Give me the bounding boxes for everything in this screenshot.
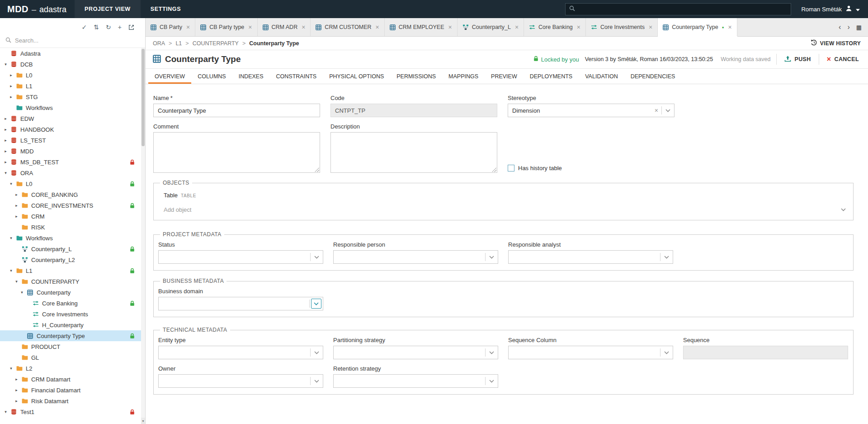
stereotype-select[interactable]: Dimension × xyxy=(508,104,675,117)
chevron-down-icon[interactable] xyxy=(662,109,674,112)
expand-arrow-icon[interactable]: ▸ xyxy=(3,149,9,153)
tree-item-l1[interactable]: ▸L1 xyxy=(0,81,141,91)
tree-item-counterparty[interactable]: ▾COUNTERPARTY xyxy=(0,276,141,287)
owner-select[interactable] xyxy=(158,374,323,388)
close-icon[interactable]: × xyxy=(376,24,379,30)
tree-item-workflows[interactable]: ▾Workflows xyxy=(0,233,141,243)
status-select[interactable] xyxy=(158,250,323,264)
push-button[interactable]: PUSH xyxy=(783,56,812,63)
expand-arrow-icon[interactable]: ▸ xyxy=(3,138,9,143)
tree-item-h-counterparty[interactable]: H_Counterparty xyxy=(0,319,141,330)
business-domain-select[interactable] xyxy=(158,297,323,310)
tab-cb-party[interactable]: CB Party× xyxy=(146,18,195,36)
entity-type-select[interactable] xyxy=(158,346,323,359)
expand-arrow-icon[interactable]: ▸ xyxy=(3,160,9,164)
cancel-button[interactable]: × CANCEL xyxy=(825,56,861,63)
responsible-analyst-select[interactable] xyxy=(508,250,673,264)
expand-arrow-icon[interactable]: ▸ xyxy=(3,116,9,121)
chevron-down-icon[interactable] xyxy=(486,351,498,354)
tab-cb-party-type[interactable]: CB Party type× xyxy=(195,18,257,36)
detail-tab-mappings[interactable]: MAPPINGS xyxy=(442,69,485,84)
tab-crm-employee[interactable]: CRM EMPLOYEE× xyxy=(385,18,458,36)
close-icon[interactable]: × xyxy=(649,24,652,30)
detail-tab-deployments[interactable]: DEPLOYMENTS xyxy=(524,69,579,84)
tree-item-ls-test[interactable]: ▸LS_TEST xyxy=(0,135,141,146)
scroll-tabs-left-icon[interactable]: ‹ xyxy=(839,24,841,31)
tree-item-l0[interactable]: ▾L0 xyxy=(0,178,141,189)
comment-textarea[interactable] xyxy=(153,132,320,173)
tab-core-banking[interactable]: Core Banking× xyxy=(524,18,586,36)
close-icon[interactable]: × xyxy=(515,24,519,30)
expand-arrow-icon[interactable]: ▸ xyxy=(14,192,19,197)
sidebar-scrollbar[interactable]: ▾ xyxy=(141,48,145,424)
expand-arrow-icon[interactable]: ▸ xyxy=(8,95,14,99)
tree-item-counterparty-l2[interactable]: Counterparty_L2 xyxy=(0,254,141,265)
clear-icon[interactable]: × xyxy=(651,107,661,114)
collapse-arrow-icon[interactable]: ▾ xyxy=(3,171,9,175)
tree-item-handbook[interactable]: ▸HANDBOOK xyxy=(0,124,141,135)
detail-tab-preview[interactable]: PREVIEW xyxy=(485,69,524,84)
chevron-down-icon[interactable] xyxy=(311,380,323,383)
detail-tab-permissions[interactable]: PERMISSIONS xyxy=(390,69,442,84)
tree-search-input[interactable] xyxy=(15,37,140,44)
tree-item-crm[interactable]: ▸CRM xyxy=(0,211,141,222)
view-history-button[interactable]: VIEW HISTORY xyxy=(811,39,861,47)
tree-item-core-investments[interactable]: Core Investments xyxy=(0,309,141,319)
name-input[interactable] xyxy=(153,104,320,117)
expand-arrow-icon[interactable]: ▸ xyxy=(8,84,14,88)
sequence-column-select[interactable] xyxy=(508,346,673,359)
collapse-arrow-icon[interactable]: ▾ xyxy=(8,268,14,273)
tree-item-risk[interactable]: RISK xyxy=(0,222,141,233)
collapse-arrow-icon[interactable]: ▾ xyxy=(3,410,9,414)
sort-icon[interactable]: ⇅ xyxy=(94,24,99,30)
global-search-input[interactable] xyxy=(578,6,787,12)
retention-strategy-select[interactable] xyxy=(333,374,498,388)
confirm-icon[interactable]: ✓ xyxy=(82,24,87,30)
tree-item-crm-datamart[interactable]: ▸CRM Datamart xyxy=(0,374,141,385)
checkout-icon[interactable] xyxy=(128,24,134,30)
has-history-table-checkbox[interactable]: Has history table xyxy=(508,165,675,172)
tree-item-dcb[interactable]: ▾DCB xyxy=(0,59,141,70)
expand-arrow-icon[interactable]: ▸ xyxy=(14,377,19,381)
tree-item-l1[interactable]: ▾L1 xyxy=(0,265,141,276)
tree-item-workflows[interactable]: Workflows xyxy=(0,102,141,113)
collapse-arrow-icon[interactable]: ▾ xyxy=(8,181,14,186)
close-icon[interactable]: × xyxy=(302,24,305,30)
detail-tab-dependencies[interactable]: DEPENDENCIES xyxy=(624,69,682,84)
close-icon[interactable]: × xyxy=(248,24,252,30)
scrollbar-thumb[interactable] xyxy=(142,49,145,146)
expand-arrow-icon[interactable]: ▸ xyxy=(14,399,19,403)
scroll-tabs-right-icon[interactable]: › xyxy=(847,24,849,31)
tree-item-mdd[interactable]: ▸MDD xyxy=(0,146,141,157)
detail-tab-physical-options[interactable]: PHYSICAL OPTIONS xyxy=(323,69,390,84)
partitioning-strategy-select[interactable] xyxy=(333,346,498,359)
chevron-down-icon[interactable] xyxy=(311,256,323,259)
collapse-arrow-icon[interactable]: ▾ xyxy=(19,290,25,295)
object-item-table[interactable]: Table TABLE xyxy=(158,190,849,203)
tree-item-product[interactable]: PRODUCT xyxy=(0,341,141,352)
description-textarea[interactable] xyxy=(330,132,497,173)
tab-crm-adr[interactable]: CRM ADR× xyxy=(258,18,311,36)
tree-item-counterparty-l[interactable]: Counterparty_L xyxy=(0,243,141,254)
expand-arrow-icon[interactable]: ▸ xyxy=(14,203,19,208)
global-search[interactable] xyxy=(565,3,791,15)
collapse-arrow-icon[interactable]: ▾ xyxy=(14,279,19,284)
chevron-down-icon[interactable] xyxy=(841,208,846,211)
tree-item-core-banking[interactable]: Core Banking xyxy=(0,298,141,309)
tree-item-adastra[interactable]: Adastra xyxy=(0,48,141,59)
topnav-settings[interactable]: SETTINGS xyxy=(141,0,191,18)
chevron-down-icon[interactable] xyxy=(660,256,673,259)
tree-item-counterparty[interactable]: ▾Counterparty xyxy=(0,287,141,298)
tree-item-ora[interactable]: ▾ORA xyxy=(0,167,141,178)
tree-item-stg[interactable]: ▸STG xyxy=(0,91,141,102)
checkbox-box[interactable] xyxy=(508,165,514,172)
tree-item-l2[interactable]: ▾L2 xyxy=(0,363,141,374)
tree-item-edw[interactable]: ▸EDW xyxy=(0,113,141,124)
close-icon[interactable]: × xyxy=(577,24,580,30)
collapse-arrow-icon[interactable]: ▾ xyxy=(3,62,9,67)
tab-list-icon[interactable]: ▦ xyxy=(856,24,862,30)
add-icon[interactable]: + xyxy=(118,24,122,30)
tree-item-counterparty-type[interactable]: Counterparty Type xyxy=(0,330,141,341)
collapse-arrow-icon[interactable]: ▾ xyxy=(8,366,14,371)
expand-arrow-icon[interactable]: ▸ xyxy=(3,127,9,132)
